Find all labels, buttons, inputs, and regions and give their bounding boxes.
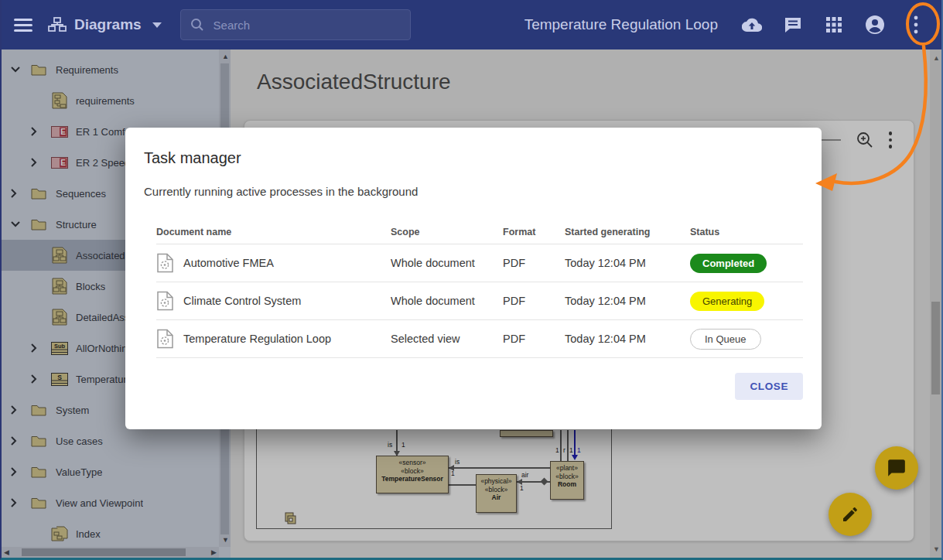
close-button[interactable]: CLOSE (735, 373, 803, 400)
document-title: Temperature Regulation Loop (524, 16, 718, 33)
chevron-down-icon (152, 22, 162, 28)
dialog-title: Task manager (144, 149, 803, 167)
diagrams-menu[interactable]: Diagrams (48, 16, 162, 33)
hamburger-menu-icon[interactable] (14, 15, 32, 35)
search-icon (190, 18, 204, 32)
diagram-tree-icon (48, 16, 67, 33)
apps-grid-icon[interactable] (824, 15, 844, 35)
dialog-subtitle: Currently running active processes in th… (144, 185, 803, 198)
app-window: Diagrams Temperature Regulation Loop (0, 0, 943, 560)
more-options-icon[interactable] (906, 15, 926, 35)
document-generation-icon (156, 291, 174, 311)
user-account-icon[interactable] (865, 15, 885, 35)
task-manager-dialog: Task manager Currently running active pr… (125, 128, 822, 429)
table-row: Temperature Regulation Loop Selected vie… (156, 320, 803, 358)
table-row: Climate Control System Whole document PD… (156, 282, 803, 320)
table-row: Automotive FMEA Whole document PDF Today… (156, 244, 803, 282)
diagrams-menu-label: Diagrams (74, 16, 142, 33)
top-bar: Diagrams Temperature Regulation Loop (2, 0, 941, 50)
comments-icon[interactable] (783, 15, 803, 35)
status-badge: In Queue (690, 329, 761, 350)
search-input[interactable] (214, 19, 384, 32)
document-generation-icon (156, 253, 174, 273)
document-generation-icon (156, 329, 174, 349)
table-header-row: Document name Scope Format Started gener… (156, 220, 803, 244)
status-badge: Generating (690, 292, 764, 311)
search-box[interactable] (180, 9, 411, 40)
status-badge: Completed (690, 254, 767, 273)
cloud-upload-icon[interactable] (742, 15, 762, 35)
tasks-table: Document name Scope Format Started gener… (144, 220, 803, 358)
